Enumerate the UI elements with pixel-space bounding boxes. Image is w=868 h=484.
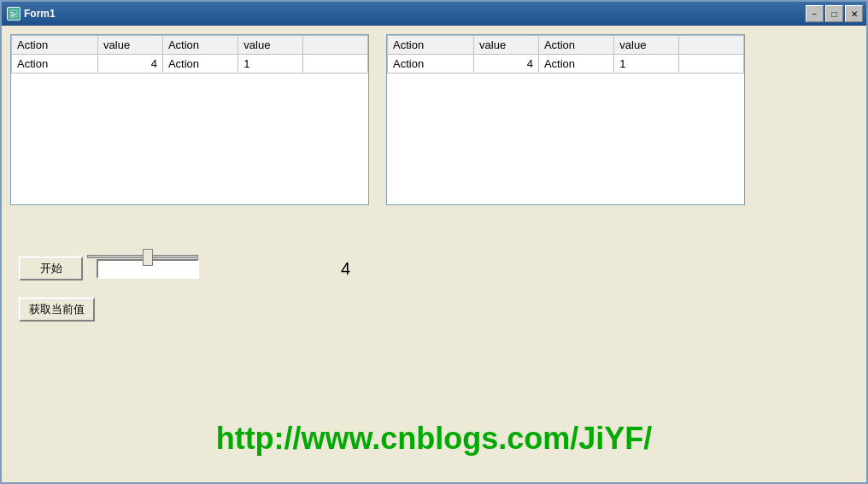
left-row1-action1: Action (12, 55, 98, 74)
left-row1-value2: 1 (238, 55, 303, 74)
right-col-header-action1: Action (388, 36, 474, 55)
right-col-header-action2: Action (538, 36, 613, 55)
title-bar-buttons: − □ ✕ (806, 5, 863, 22)
right-col-header-value1: value (474, 36, 539, 55)
left-row1-extra (303, 55, 368, 74)
left-table: Action value Action value Action 4 Actio… (11, 35, 368, 74)
tables-row: Action value Action value Action 4 Actio… (10, 34, 858, 205)
maximize-button[interactable]: □ (825, 5, 843, 22)
window-content: Action value Action value Action 4 Actio… (2, 26, 866, 482)
get-value-button[interactable]: 获取当前值 (19, 298, 95, 322)
main-window: Form1 − □ ✕ Action value Action value (0, 0, 868, 484)
svg-rect-1 (11, 12, 14, 13)
left-col-header-action1: Action (12, 36, 98, 55)
left-row1-action2: Action (162, 55, 238, 74)
left-col-header-action2: Action (162, 36, 238, 55)
left-row1-value1: 4 (98, 55, 163, 74)
table-row: Action 4 Action 1 (12, 55, 368, 74)
right-table: Action value Action value Action 4 Actio… (387, 35, 744, 74)
right-row1-value1: 4 (474, 55, 539, 74)
right-row1-extra (679, 55, 744, 74)
left-col-header-value1: value (98, 36, 163, 55)
close-button[interactable]: ✕ (845, 5, 863, 22)
window-title: Form1 (24, 8, 56, 20)
button-row2: 获取当前值 (19, 298, 858, 322)
watermark-url: http://www.cnblogs.com/JiYF/ (2, 421, 866, 457)
left-table-header-row: Action value Action value (12, 36, 368, 55)
title-bar-left: Form1 (7, 7, 56, 21)
slider-track[interactable] (87, 255, 198, 258)
left-table-container: Action value Action value Action 4 Actio… (10, 34, 369, 205)
number-display: 4 (341, 259, 350, 279)
left-col-header-extra (303, 36, 368, 55)
title-bar: Form1 − □ ✕ (2, 2, 866, 26)
app-icon (7, 7, 21, 21)
right-col-header-value2: value (614, 36, 679, 55)
slider-thumb[interactable] (143, 249, 153, 266)
svg-rect-3 (11, 15, 15, 16)
start-button[interactable]: 开始 (19, 257, 83, 280)
left-col-header-value2: value (238, 36, 303, 55)
right-table-container: Action value Action value Action 4 Actio… (386, 34, 745, 205)
right-row1-action1: Action (388, 55, 474, 74)
right-table-header-row: Action value Action value (388, 36, 744, 55)
table-row: Action 4 Action 1 (388, 55, 744, 74)
svg-rect-2 (11, 14, 16, 15)
right-row1-value2: 1 (614, 55, 679, 74)
right-col-header-extra (679, 36, 744, 55)
right-row1-action2: Action (538, 55, 613, 74)
slider-area (87, 248, 198, 265)
minimize-button[interactable]: − (806, 5, 824, 22)
